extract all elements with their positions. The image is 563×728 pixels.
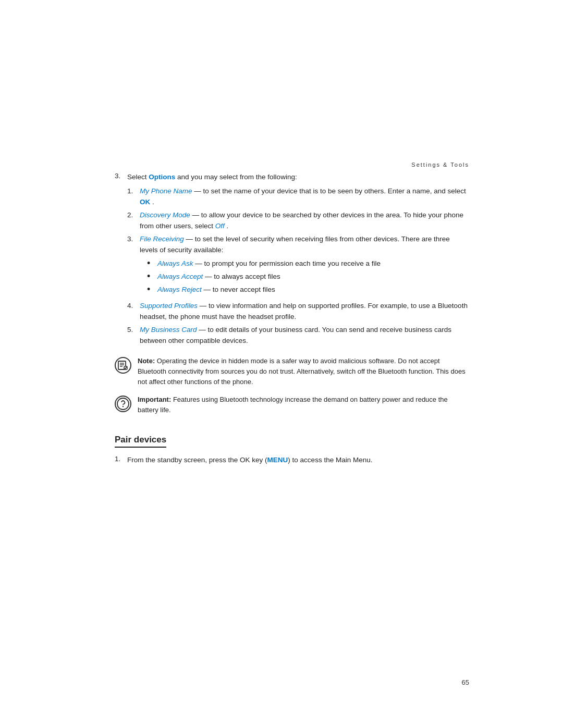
discovery-mode-link[interactable]: Discovery Mode [140,211,190,219]
bullet-dot-2: • [147,272,153,282]
sub-content-3: File Receiving — to set the level of sec… [140,234,469,299]
sub-options-list: 1. My Phone Name — to set the name of yo… [127,186,469,347]
pair-devices-section: Pair devices 1. From the standby screen,… [115,421,469,466]
note-svg-icon [117,359,129,372]
sub-num-3: 3. [127,234,137,299]
step3-intro-text: Select [127,173,149,181]
my-phone-name-link[interactable]: My Phone Name [140,187,192,195]
svg-point-6 [123,406,124,407]
always-accept-link[interactable]: Always Accept [157,273,203,280]
page-header: Settings & Tools [0,0,563,172]
pair-step1-rest: ) to access the Main Menu. [288,456,372,464]
step3-number: 3. [115,172,124,349]
sub-content-2: Discovery Mode — to allow your device to… [140,210,469,232]
step3-content: Select Options and you may select from t… [127,172,469,349]
page-number: 65 [462,678,469,686]
note-icon [115,357,131,374]
sub-num-4: 4. [127,301,137,323]
menu-link[interactable]: MENU [267,456,288,464]
sub-item-5: 5. My Business Card — to edit details of… [127,325,469,347]
bullet-ask-content: Always Ask — to prompt you for permissio… [157,258,381,269]
sub-item-1: 1. My Phone Name — to set the name of yo… [127,186,469,208]
page-container: Settings & Tools 3. Select Options and y… [0,0,563,728]
sub-item-3: 3. File Receiving — to set the level of … [127,234,469,299]
bullet-dot-3: • [147,285,153,295]
important-box: Important: Features using Bluetooth tech… [115,394,469,415]
important-label: Important: [138,396,171,403]
always-reject-link[interactable]: Always Reject [157,286,202,293]
note-body: Operating the device in hidden mode is a… [138,357,466,386]
security-bullets: • Always Ask — to prompt you for permiss… [147,258,469,295]
sub-item-4: 4. Supported Profiles — to view informat… [127,301,469,323]
note-box: Note: Operating the device in hidden mod… [115,356,469,387]
ok-link[interactable]: OK [140,198,150,206]
pair-step1-content: From the standby screen, press the OK ke… [127,455,469,466]
sub-num-2: 2. [127,210,137,232]
sub-content-1: My Phone Name — to set the name of your … [140,186,469,208]
content-area: 3. Select Options and you may select fro… [0,172,563,466]
step3-intro-rest: and you may select from the following: [175,173,297,181]
my-business-card-link[interactable]: My Business Card [140,326,197,334]
bullet-always-ask: • Always Ask — to prompt you for permiss… [147,258,469,269]
supported-profiles-link[interactable]: Supported Profiles [140,302,198,310]
bullet-accept-content: Always Accept — to always accept files [157,272,280,282]
pair-step1-num: 1. [115,455,124,466]
sub-item-2: 2. Discovery Mode — to allow your device… [127,210,469,232]
sub-num-5: 5. [127,325,137,347]
bullet-reject-content: Always Reject — to never accept files [157,285,275,295]
bullet-always-accept: • Always Accept — to always accept files [147,272,469,282]
important-svg-icon [116,397,130,411]
svg-point-5 [117,398,129,410]
options-link[interactable]: Options [149,173,175,181]
step3-item: 3. Select Options and you may select fro… [115,172,469,349]
sub-content-5: My Business Card — to edit details of yo… [140,325,469,347]
important-text-content: Important: Features using Bluetooth tech… [138,394,469,415]
pair-step1: 1. From the standby screen, press the OK… [115,455,469,466]
note-text-content: Note: Operating the device in hidden mod… [138,356,469,387]
sub-num-1: 1. [127,186,137,208]
sub-content-4: Supported Profiles — to view information… [140,301,469,323]
bullet-always-reject: • Always Reject — to never accept files [147,285,469,295]
always-ask-link[interactable]: Always Ask [157,260,193,267]
header-text: Settings & Tools [411,162,469,168]
important-icon [115,396,131,412]
important-body: Features using Bluetooth technology incr… [138,396,448,414]
file-receiving-link[interactable]: File Receiving [140,235,184,243]
note-label: Note: [138,357,155,365]
bullet-dot-1: • [147,258,153,269]
off-link[interactable]: Off [215,222,225,230]
pair-step1-text: From the standby screen, press the OK ke… [127,456,267,464]
pair-devices-heading: Pair devices [115,435,166,448]
